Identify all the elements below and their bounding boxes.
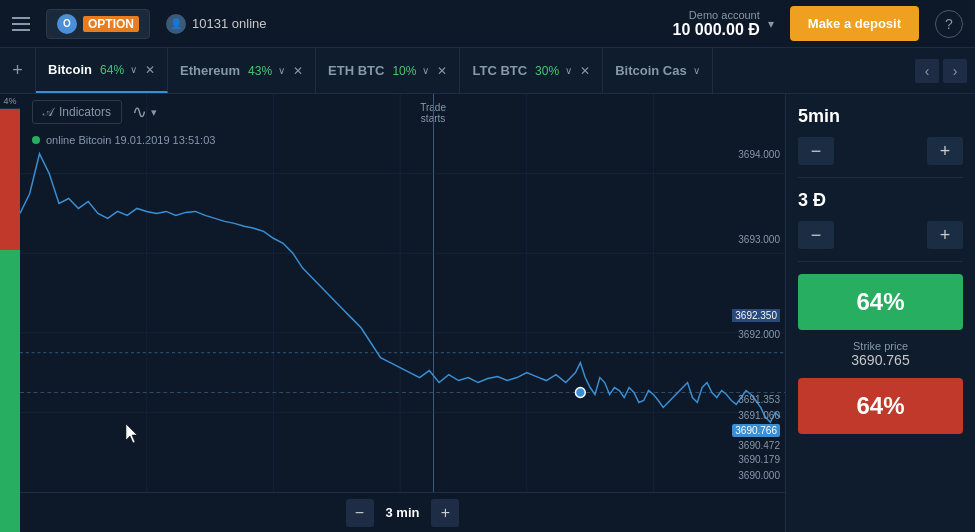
chart-line-icon: ∿ [132,101,147,123]
logo-button[interactable]: O OPTION [46,9,150,39]
tab-ethereum-name: Ethereum [180,63,240,78]
tab-ethereum-close[interactable]: ✕ [293,64,303,78]
chart-time-label: 3 min [386,505,420,520]
strike-price-section: Strike price 3690.765 [798,340,963,368]
tab-ltcbtc-pct: 30% [535,64,559,78]
chart-toolbar: 𝒜 Indicators ∿ ▾ [20,94,785,130]
header: O OPTION 👤 10131 online Demo account 10 … [0,0,975,48]
tab-nav: ‹ › [907,59,975,83]
option-label: OPTION [83,16,139,32]
tab-ltcbtc-chevron[interactable]: ∨ [565,65,572,76]
up-button[interactable]: 64% [798,274,963,330]
chevron-down-icon: ▾ [768,17,774,31]
indicators-label: Indicators [59,105,111,119]
svg-point-11 [575,388,585,398]
left-pct-label: 4% [0,94,20,109]
bar-green [0,250,20,532]
tab-bitcoin-name: Bitcoin [48,62,92,77]
demo-amount: 10 000.00 Đ [673,21,760,39]
time-decrease-button[interactable]: − [346,499,374,527]
tab-ethbtc[interactable]: ETH BTC 10% ∨ ✕ [316,48,460,93]
tab-bitcoincas[interactable]: Bitcoin Cas ∨ [603,48,713,93]
indicators-icon: 𝒜 [43,105,53,119]
online-count: 10131 online [192,16,266,31]
time-section: 5min [798,106,963,127]
price-current-main: 3690.766 [732,424,780,437]
tabs-bar: + Bitcoin 64% ∨ ✕ Ethereum 43% ∨ ✕ ETH B… [0,48,975,94]
deposit-button[interactable]: Make a deposit [790,6,919,41]
tab-ltcbtc-close[interactable]: ✕ [580,64,590,78]
bar-red [0,109,20,250]
time-plus-button[interactable]: + [927,137,963,165]
online-info: 👤 10131 online [166,14,266,34]
chart-type-button[interactable]: ∿ ▾ [132,101,157,123]
time-controls: − + [798,137,963,165]
amount-minus-button[interactable]: − [798,221,834,249]
tab-ltcbtc-name: LTC BTC [472,63,527,78]
tab-ltcbtc[interactable]: LTC BTC 30% ∨ ✕ [460,48,603,93]
price-691353: 3691.353 [738,394,780,405]
help-button[interactable]: ? [935,10,963,38]
demo-account[interactable]: Demo account 10 000.00 Đ ▾ [673,9,774,39]
left-color-bar [0,109,20,532]
price-mid-high: 3693.000 [738,234,780,245]
divider-1 [798,177,963,178]
tab-next-button[interactable]: › [943,59,967,83]
down-pct-label: 64% [856,392,904,419]
user-icon: 👤 [166,14,186,34]
amount-controls: − + [798,221,963,249]
tab-bitcoin-chevron[interactable]: ∨ [130,64,137,75]
price-strike-label: 3692.350 [732,309,780,322]
divider-2 [798,261,963,262]
price-692: 3692.000 [738,329,780,340]
tab-ethbtc-chevron[interactable]: ∨ [422,65,429,76]
tab-prev-button[interactable]: ‹ [915,59,939,83]
down-button[interactable]: 64% [798,378,963,434]
strike-price-label: Strike price [798,340,963,352]
tab-bitcoin[interactable]: Bitcoin 64% ∨ ✕ [36,48,168,93]
indicators-button[interactable]: 𝒜 Indicators [32,100,122,124]
chart-svg [20,94,785,492]
tab-ethbtc-pct: 10% [392,64,416,78]
demo-label: Demo account [673,9,760,21]
price-690000: 3690.000 [738,470,780,481]
price-690472: 3690.472 [738,440,780,451]
tab-bitcoincas-name: Bitcoin Cas [615,63,687,78]
tab-ethereum-pct: 43% [248,64,272,78]
tab-ethereum[interactable]: Ethereum 43% ∨ ✕ [168,48,316,93]
amount-section: 3 Đ [798,190,963,211]
price-690179: 3690.179 [738,454,780,465]
tab-bitcoin-pct: 64% [100,63,124,77]
main-area: 4% 𝒜 Indicators ∿ ▾ online Bitcoin 19.01… [0,94,975,532]
logo-icon: O [57,14,77,34]
chart-container: 𝒜 Indicators ∿ ▾ online Bitcoin 19.01.20… [20,94,785,532]
tab-ethereum-chevron[interactable]: ∨ [278,65,285,76]
add-tab-button[interactable]: + [0,48,36,93]
time-minus-button[interactable]: − [798,137,834,165]
price-high: 3694.000 [738,149,780,160]
tab-ethbtc-name: ETH BTC [328,63,384,78]
hamburger-menu[interactable] [12,17,30,31]
tab-ethbtc-close[interactable]: ✕ [437,64,447,78]
right-panel: 5min − + 3 Đ − + 64% Strike price 3690.7… [785,94,975,532]
amount-plus-button[interactable]: + [927,221,963,249]
chart-bottom: − 3 min + [20,492,785,532]
up-pct-label: 64% [856,288,904,315]
chart-type-chevron: ▾ [151,106,157,119]
left-sidebar: 4% [0,94,20,532]
price-691060: 3691.060 [738,410,780,421]
strike-price-value: 3690.765 [798,352,963,368]
amount-value: 3 Đ [798,190,963,211]
time-increase-button[interactable]: + [431,499,459,527]
tab-bitcoincas-chevron[interactable]: ∨ [693,65,700,76]
time-value: 5min [798,106,963,127]
tab-bitcoin-close[interactable]: ✕ [145,63,155,77]
